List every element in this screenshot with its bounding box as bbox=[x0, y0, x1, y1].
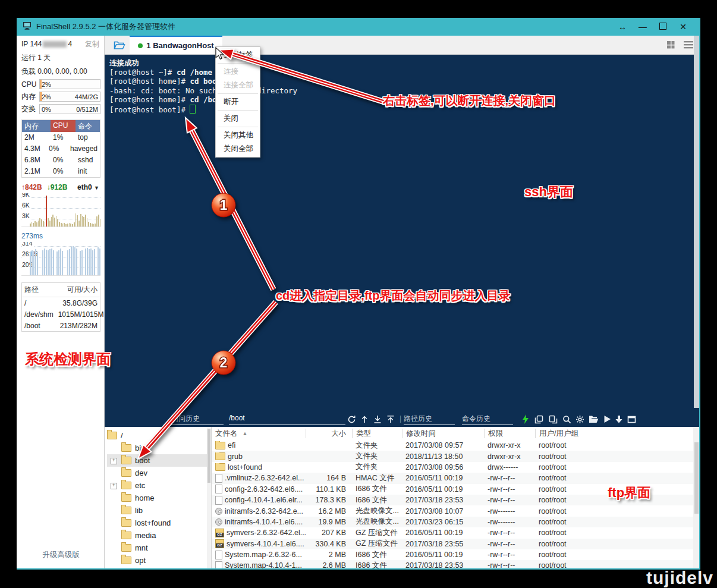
refresh-icon[interactable] bbox=[346, 414, 357, 425]
file-row[interactable]: initramfs-2.6.32-642.e...16.2 MB光盘映像文...… bbox=[212, 505, 699, 516]
menu-item-断开[interactable]: 断开 bbox=[216, 95, 260, 109]
close-button[interactable]: ✕ bbox=[673, 22, 693, 32]
tree-item-opt[interactable]: opt bbox=[107, 554, 211, 567]
file-col-header[interactable]: 修改时间 bbox=[402, 429, 484, 438]
file-row[interactable]: lost+found文件夹2017/03/08 09:56drwx------r… bbox=[212, 462, 699, 473]
tree-item-label: mnt bbox=[135, 543, 148, 552]
folder-icon bbox=[121, 469, 131, 477]
file-owner: root/root bbox=[535, 529, 611, 537]
window-layout-icon[interactable] bbox=[626, 414, 637, 425]
upgrade-link[interactable]: 升级高级版 bbox=[21, 550, 100, 564]
copy-icon[interactable] bbox=[533, 414, 544, 425]
tree-item-boot[interactable]: +boot bbox=[107, 454, 211, 467]
resize-icon[interactable]: ↔ bbox=[612, 22, 633, 32]
tree-item-home[interactable]: home bbox=[107, 492, 211, 504]
file-col-header[interactable]: 文件名▲ bbox=[212, 429, 306, 438]
gear-icon[interactable] bbox=[574, 414, 585, 425]
process-row[interactable]: 2M1%top bbox=[22, 132, 100, 143]
sort-asc-icon: ▲ bbox=[243, 429, 248, 438]
file-owner: root/root bbox=[535, 518, 611, 526]
interface-select[interactable]: eth0 ▼ bbox=[77, 183, 99, 191]
file-name: initramfs-2.6.32-642.e... bbox=[225, 507, 303, 515]
file-table-scrollbar[interactable] bbox=[693, 427, 699, 568]
directory-tree: /bin+bootdev+etchomeliblost+foundmediamn… bbox=[105, 427, 212, 568]
search-icon[interactable] bbox=[561, 414, 572, 425]
file-type: I686 文件 bbox=[352, 495, 402, 505]
process-cell: sshd bbox=[76, 155, 100, 166]
tab-context-menu: 复制标签连接连接全部断开关闭关闭其他关闭全部 bbox=[215, 46, 260, 158]
upload-icon[interactable] bbox=[385, 414, 396, 425]
menu-item-关闭[interactable]: 关闭 bbox=[216, 112, 260, 125]
open-connections-button[interactable] bbox=[109, 36, 130, 54]
file-row[interactable]: System.map-2.6.32-6...2 MBI686 文件2016/05… bbox=[212, 549, 699, 560]
process-cell: 4.3M bbox=[22, 143, 46, 155]
tree-root[interactable]: / bbox=[107, 429, 211, 442]
file-row[interactable]: .vmlinuz-2.6.32-642.el...164 BHMAC 文件201… bbox=[212, 473, 699, 483]
ssh-terminal[interactable]: 连接成功[root@host ~]# cd /home[root@host ho… bbox=[105, 55, 699, 412]
tree-item-media[interactable]: media bbox=[107, 529, 211, 542]
file-icon bbox=[215, 561, 222, 568]
file-type: GZ 压缩文件 bbox=[352, 539, 402, 549]
tree-item-lost+found[interactable]: lost+found bbox=[107, 517, 211, 529]
meter-percent: 2% bbox=[42, 93, 51, 100]
tree-item-lib[interactable]: lib bbox=[107, 504, 211, 517]
file-row[interactable]: initramfs-4.10.4-1.el6....19.9 MB光盘映像文..… bbox=[212, 517, 699, 527]
tree-item-bin[interactable]: bin bbox=[107, 442, 211, 454]
file-name: .vmlinuz-2.6.32-642.el... bbox=[225, 474, 304, 482]
file-col-header[interactable]: 用户/用户组 bbox=[535, 429, 611, 438]
file-col-header[interactable]: 类型 bbox=[352, 429, 402, 438]
file-row[interactable]: efi文件夹2017/03/08 09:57drwxr-xr-xroot/roo… bbox=[212, 440, 699, 451]
file-table-header: 文件名▲大小类型修改时间权限用户/用户组 bbox=[212, 427, 699, 440]
file-row[interactable]: grub文件夹2018/11/13 18:50drwxr-xr-xroot/ro… bbox=[212, 451, 699, 461]
file-row[interactable]: symvers-4.10.4-1.el6....330.4 KBGZ 压缩文件2… bbox=[212, 539, 699, 549]
menu-separator bbox=[218, 63, 258, 64]
file-col-header[interactable]: 权限 bbox=[484, 429, 535, 438]
open-folder-icon[interactable] bbox=[588, 414, 599, 425]
folder-icon bbox=[121, 457, 131, 464]
expand-icon[interactable]: + bbox=[111, 483, 117, 489]
quick-command-icon[interactable] bbox=[520, 414, 531, 425]
file-row[interactable]: config-2.6.32-642.el6....110.1 KBI686 文件… bbox=[212, 484, 699, 495]
menu-item-复制标签[interactable]: 复制标签 bbox=[216, 48, 260, 62]
up-directory-icon[interactable] bbox=[359, 414, 370, 425]
file-row[interactable]: symvers-2.6.32-642.el...207 KBGZ 压缩文件201… bbox=[212, 527, 699, 538]
disk-cell: 35.8G/39G bbox=[60, 297, 100, 309]
file-row[interactable]: config-4.10.4-1.el6.elr...178.3 KBI686 文… bbox=[212, 495, 699, 505]
download-panel-icon[interactable] bbox=[614, 414, 624, 425]
terminal-scrollbar[interactable] bbox=[694, 36, 699, 408]
tree-item-dev[interactable]: dev bbox=[107, 467, 211, 479]
folder-icon bbox=[121, 482, 131, 489]
minimize-button[interactable]: — bbox=[633, 22, 653, 32]
process-row[interactable]: 2.1M0%init bbox=[22, 166, 100, 177]
expand-icon[interactable]: + bbox=[111, 458, 117, 464]
visit-history-field[interactable]: 访问历史 bbox=[171, 414, 224, 425]
network-graph: 9K6K3K bbox=[21, 193, 100, 227]
tree-item-mnt[interactable]: mnt bbox=[107, 542, 211, 554]
process-row[interactable]: 4.3M0%haveged bbox=[22, 143, 100, 155]
file-col-header[interactable]: 大小 bbox=[306, 429, 352, 438]
command-history-field[interactable]: 命令历史 bbox=[462, 414, 513, 425]
maximize-button[interactable] bbox=[653, 22, 673, 32]
file-name: System.map-2.6.32-6... bbox=[225, 551, 302, 559]
process-row[interactable]: 6.8M0%sshd bbox=[22, 155, 100, 166]
download-icon[interactable] bbox=[372, 414, 383, 425]
tree-scrollbar[interactable] bbox=[207, 427, 211, 568]
tab-bandwagonhost[interactable]: 1 BandwagonHost bbox=[130, 36, 222, 54]
tree-item-label: dev bbox=[135, 468, 147, 477]
copy-ip-button[interactable]: 复制 bbox=[85, 39, 99, 49]
file-row[interactable]: System.map-4.10.4-1...2.6 MBI686 文件2017/… bbox=[212, 560, 699, 568]
menu-item-关闭全部[interactable]: 关闭全部 bbox=[216, 142, 260, 156]
system-monitor-panel: IP 144 4 复制 运行 1 天 负载 0.00, 0.00, 0.00 C… bbox=[17, 36, 105, 568]
run-icon[interactable] bbox=[602, 414, 612, 425]
grid-view-icon[interactable] bbox=[663, 36, 678, 54]
file-size: 330.4 KB bbox=[306, 540, 352, 548]
menu-item-关闭其他[interactable]: 关闭其他 bbox=[216, 128, 260, 142]
file-owner: root/root bbox=[535, 463, 611, 471]
meter-percent: 0% bbox=[42, 106, 51, 113]
path-field[interactable]: /boot bbox=[229, 414, 345, 425]
paste-icon[interactable] bbox=[548, 414, 558, 425]
path-history-field[interactable]: 路径历史 bbox=[404, 414, 455, 425]
file-size: 2 MB bbox=[306, 551, 352, 559]
file-icon bbox=[215, 496, 222, 505]
tree-item-etc[interactable]: +etc bbox=[107, 479, 211, 492]
